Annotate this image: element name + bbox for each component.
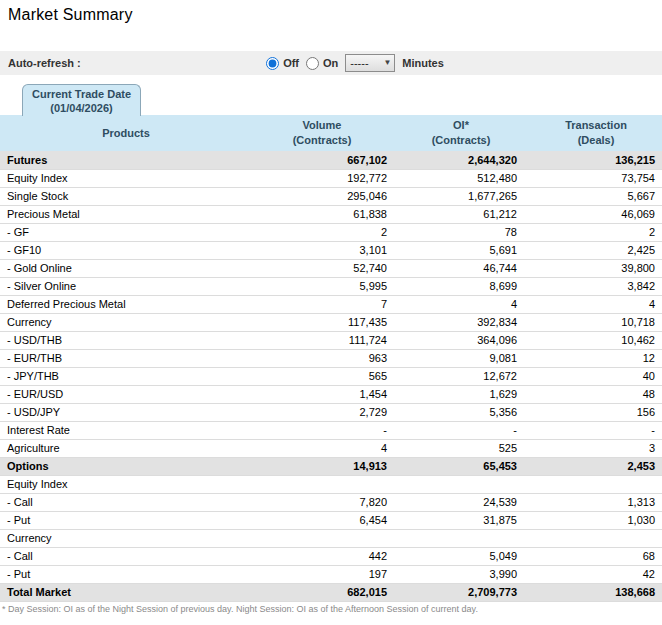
deals-cell: 10,462 — [530, 331, 662, 349]
auto-refresh-controls: Off On ----- ▼ Minutes — [266, 54, 444, 72]
oi-cell: 78 — [392, 223, 530, 241]
deals-cell: 136,215 — [530, 151, 662, 169]
oi-cell: 525 — [392, 439, 530, 457]
oi-cell: 2,644,320 — [392, 151, 530, 169]
oi-cell: 46,744 — [392, 259, 530, 277]
col-header-transaction-sub: (Deals) — [530, 133, 662, 148]
oi-cell: 8,699 — [392, 277, 530, 295]
product-cell: Total Market — [0, 583, 252, 601]
oi-cell: 12,672 — [392, 367, 530, 385]
deals-cell: 48 — [530, 385, 662, 403]
deals-cell: 1,313 — [530, 493, 662, 511]
product-cell: Single Stock — [0, 187, 252, 205]
volume-cell: 442 — [252, 547, 392, 565]
product-cell: Futures — [0, 151, 252, 169]
product-cell: Deferred Precious Metal — [0, 295, 252, 313]
volume-cell: 52,740 — [252, 259, 392, 277]
volume-cell: 61,838 — [252, 205, 392, 223]
table-body: Futures667,1022,644,320136,215Equity Ind… — [0, 151, 662, 601]
table-row: Currency — [0, 529, 662, 547]
deals-cell: 40 — [530, 367, 662, 385]
volume-cell: - — [252, 421, 392, 439]
table-row: - EUR/THB9639,08112 — [0, 349, 662, 367]
oi-cell: 4 — [392, 295, 530, 313]
deals-cell: 2,425 — [530, 241, 662, 259]
deals-cell: 39,800 — [530, 259, 662, 277]
minutes-label: Minutes — [402, 57, 444, 69]
oi-cell: 5,691 — [392, 241, 530, 259]
volume-cell: 197 — [252, 565, 392, 583]
volume-cell: 295,046 — [252, 187, 392, 205]
oi-cell: 61,212 — [392, 205, 530, 223]
product-cell: - Call — [0, 493, 252, 511]
product-cell: - Gold Online — [0, 259, 252, 277]
table-row: Equity Index192,772512,48073,754 — [0, 169, 662, 187]
deals-cell: 73,754 — [530, 169, 662, 187]
col-header-oi-label: OI* — [392, 118, 530, 133]
oi-cell: 3,990 — [392, 565, 530, 583]
volume-cell: 2 — [252, 223, 392, 241]
volume-cell: 7,820 — [252, 493, 392, 511]
volume-cell: 963 — [252, 349, 392, 367]
table-row: Equity Index — [0, 475, 662, 493]
deals-cell: 2,453 — [530, 457, 662, 475]
deals-cell: 3 — [530, 439, 662, 457]
auto-refresh-off-radio[interactable] — [266, 57, 279, 70]
product-cell: Equity Index — [0, 475, 252, 493]
volume-cell: 4 — [252, 439, 392, 457]
oi-cell: 1,629 — [392, 385, 530, 403]
deals-cell: 46,069 — [530, 205, 662, 223]
auto-refresh-on-option[interactable]: On — [306, 57, 338, 70]
page-title: Market Summary — [8, 6, 662, 24]
oi-cell — [392, 529, 530, 547]
product-cell: - USD/JPY — [0, 403, 252, 421]
table-row: Agriculture45253 — [0, 439, 662, 457]
product-cell: - JPY/THB — [0, 367, 252, 385]
table-row: - Gold Online52,74046,74439,800 — [0, 259, 662, 277]
oi-cell: 364,096 — [392, 331, 530, 349]
table-header-row: Products Volume (Contracts) OI* (Contrac… — [0, 115, 662, 151]
oi-cell: 31,875 — [392, 511, 530, 529]
deals-cell: 12 — [530, 349, 662, 367]
oi-cell: 24,539 — [392, 493, 530, 511]
deals-cell: 42 — [530, 565, 662, 583]
oi-cell: 1,677,265 — [392, 187, 530, 205]
table-row: - USD/JPY2,7295,356156 — [0, 403, 662, 421]
auto-refresh-on-label: On — [323, 57, 338, 69]
volume-cell: 3,101 — [252, 241, 392, 259]
col-header-transaction: Transaction (Deals) — [530, 115, 662, 151]
col-header-volume: Volume (Contracts) — [252, 115, 392, 151]
deals-cell: 68 — [530, 547, 662, 565]
auto-refresh-off-option[interactable]: Off — [266, 57, 299, 70]
table-row: - Put1973,99042 — [0, 565, 662, 583]
product-cell: - USD/THB — [0, 331, 252, 349]
volume-cell — [252, 475, 392, 493]
volume-cell: 682,015 — [252, 583, 392, 601]
volume-cell: 111,724 — [252, 331, 392, 349]
auto-refresh-on-radio[interactable] — [306, 57, 319, 70]
tab-current-trade-date[interactable]: Current Trade Date (01/04/2026) — [22, 84, 141, 116]
product-cell: Options — [0, 457, 252, 475]
volume-cell: 117,435 — [252, 313, 392, 331]
product-cell: Currency — [0, 313, 252, 331]
col-header-volume-label: Volume — [252, 118, 392, 133]
deals-cell: 5,667 — [530, 187, 662, 205]
product-cell: - EUR/THB — [0, 349, 252, 367]
volume-cell: 667,102 — [252, 151, 392, 169]
oi-cell — [392, 475, 530, 493]
product-cell: - EUR/USD — [0, 385, 252, 403]
volume-cell: 1,454 — [252, 385, 392, 403]
deals-cell: 3,842 — [530, 277, 662, 295]
minutes-select[interactable]: ----- — [345, 54, 395, 72]
oi-cell: 9,081 — [392, 349, 530, 367]
oi-cell: 392,834 — [392, 313, 530, 331]
table-row: Options14,91365,4532,453 — [0, 457, 662, 475]
tab-label-line1: Current Trade Date — [32, 88, 131, 100]
deals-cell: 2 — [530, 223, 662, 241]
volume-cell — [252, 529, 392, 547]
table-row: Futures667,1022,644,320136,215 — [0, 151, 662, 169]
product-cell: - GF — [0, 223, 252, 241]
oi-cell: 65,453 — [392, 457, 530, 475]
deals-cell: 4 — [530, 295, 662, 313]
table-row: Interest Rate--- — [0, 421, 662, 439]
